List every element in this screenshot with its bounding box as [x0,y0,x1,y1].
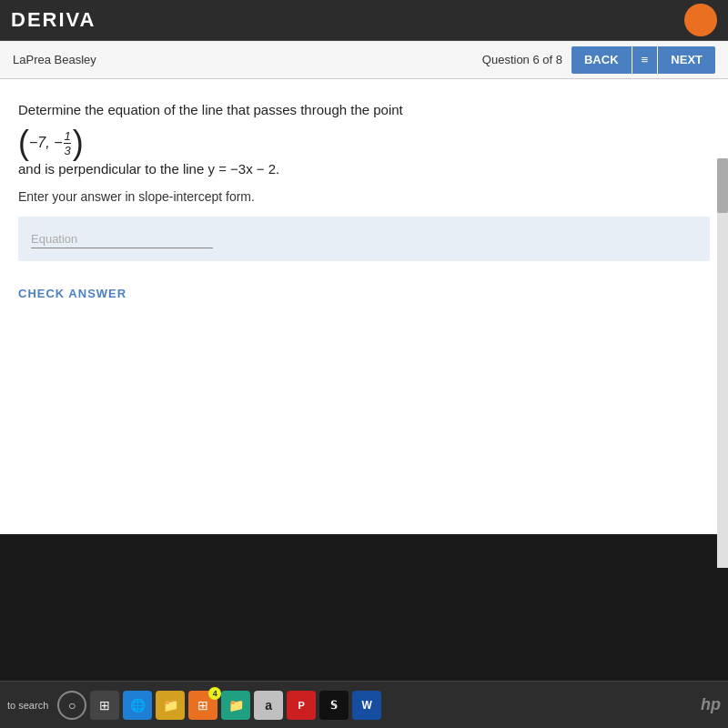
question-counter: Question 6 of 8 [482,53,562,66]
back-button[interactable]: BACK [571,46,632,74]
hp-logo: hp [701,695,721,714]
math-expression: ( −7, − 1 3 ) [18,126,710,159]
question-line1: Determine the equation of the line that … [18,99,710,121]
taskbar-word-icon[interactable]: W [352,691,381,720]
point-values: −7, − 1 3 [29,130,73,157]
fraction-denominator: 3 [64,144,70,157]
windows-icon-symbol: ⊞ [197,698,208,713]
taskbar-files2-icon[interactable]: 📁 [221,691,250,720]
fraction-numerator: 1 [64,130,70,144]
taskbar-powerpoint-icon[interactable]: P [287,691,316,720]
perpendicular-line-text: and is perpendicular to the line y = −3x… [18,161,710,177]
notification-badge: 4 [208,687,221,700]
taskbar-search-text: to search [7,700,48,711]
open-paren: ( [18,126,29,159]
nav-bar: LaPrea Beasley Question 6 of 8 BACK ≡ NE… [0,41,728,79]
user-avatar [684,4,717,36]
top-right-area [684,4,717,36]
taskbar-s-icon[interactable]: 𝕊 [319,691,349,720]
taskbar: to search ○ ⊞ 🌐 📁 ⊞ 4 📁 a P 𝕊 W hp [0,681,728,728]
taskbar-task-view-icon[interactable]: ⊞ [90,691,119,720]
app-logo: DERIVA [11,8,96,32]
taskbar-end-area: hp [701,695,721,714]
top-bar: DERIVA [0,0,728,41]
main-content: Determine the equation of the line that … [0,79,728,534]
equation-input[interactable] [31,229,213,248]
scrollbar[interactable] [717,158,728,568]
slope-intercept-instruction: Enter your answer in slope-intercept for… [18,189,710,204]
scrollbar-thumb[interactable] [717,158,728,213]
point-x-value: −7, − [29,135,62,151]
check-answer-button[interactable]: CHECK ANSWER [18,279,126,308]
close-paren: ) [73,126,84,159]
taskbar-files-icon[interactable]: 📁 [156,691,185,720]
taskbar-windows-icon[interactable]: ⊞ 4 [188,691,217,720]
user-name-label: LaPrea Beasley [13,53,96,66]
taskbar-browser-icon[interactable]: 🌐 [123,691,152,720]
taskbar-search-icon[interactable]: ○ [57,691,86,720]
fraction: 1 3 [64,130,70,157]
taskbar-letter-a-icon[interactable]: a [254,691,283,720]
next-button[interactable]: NEXT [658,46,715,74]
menu-button[interactable]: ≡ [632,46,658,74]
answer-area [18,217,710,261]
